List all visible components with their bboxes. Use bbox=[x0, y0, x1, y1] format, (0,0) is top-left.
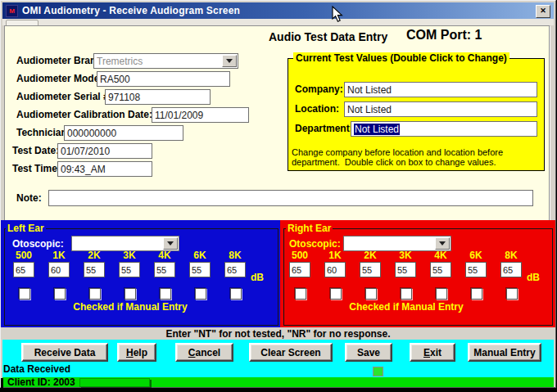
test-date-field[interactable]: 01/07/2010 bbox=[57, 143, 152, 159]
form-title: Audio Test Data Entry bbox=[269, 30, 387, 43]
app-window: M OMI Audiometry - Receive Audiogram Scr… bbox=[0, 0, 556, 388]
left-threshold-input-6k[interactable]: 55 bbox=[189, 262, 211, 277]
department-value: Not Listed bbox=[354, 124, 400, 135]
calibration-field[interactable]: 11/01/2009 bbox=[152, 107, 249, 123]
left-threshold-input-3k[interactable]: 55 bbox=[119, 262, 140, 277]
manual-entry-button[interactable]: Manual Entry bbox=[468, 343, 541, 362]
company-field[interactable]: Not Listed bbox=[344, 82, 537, 97]
window-title: OMI Audiometry - Receive Audiogram Scree… bbox=[22, 5, 240, 16]
right-manual-checkbox-8k[interactable] bbox=[506, 288, 518, 300]
right-threshold-input-4k[interactable]: 55 bbox=[430, 262, 451, 277]
right-db-label: dB bbox=[527, 272, 540, 283]
left-otoscopic-label: Otoscopic: bbox=[12, 238, 64, 250]
clear-screen-button[interactable]: Clear Screen bbox=[249, 343, 333, 362]
left-threshold-input-1k[interactable]: 60 bbox=[48, 262, 70, 277]
left-threshold-input-8k[interactable]: 65 bbox=[224, 262, 246, 277]
left-manual-checkbox-1k[interactable] bbox=[54, 288, 66, 300]
company-label: Company: bbox=[295, 83, 343, 95]
department-label: Department: bbox=[295, 123, 353, 134]
left-freq-label-500: 500 bbox=[11, 250, 36, 261]
brand-value: Tremetrics bbox=[97, 56, 143, 67]
left-threshold-input-4k[interactable]: 55 bbox=[154, 262, 175, 277]
app-icon: M bbox=[6, 5, 18, 17]
right-threshold-input-8k[interactable]: 65 bbox=[500, 262, 522, 277]
test-time-value: 09:43_AM bbox=[61, 164, 106, 175]
left-manual-checkbox-6k[interactable] bbox=[195, 288, 206, 300]
right-freq-label-8k: 8K bbox=[499, 250, 523, 261]
right-freq-label-3k: 3K bbox=[393, 250, 418, 261]
chevron-down-icon[interactable] bbox=[163, 237, 178, 250]
right-otoscopic-label: Otoscopic: bbox=[289, 238, 341, 250]
receive-audiogram-screen: M OMI Audiometry - Receive Audiogram Scr… bbox=[0, 0, 557, 392]
right-threshold-input-2k[interactable]: 55 bbox=[360, 262, 381, 277]
left-manual-checkbox-2k[interactable] bbox=[89, 288, 101, 300]
edge-mark bbox=[1, 378, 3, 389]
test-date-value: 01/07/2010 bbox=[61, 146, 110, 157]
left-manual-checkbox-8k[interactable] bbox=[230, 288, 242, 300]
help-button[interactable]: Help bbox=[117, 343, 156, 362]
current-test-values-group: Current Test Values (Double Click to Cha… bbox=[288, 58, 545, 171]
save-button[interactable]: Save bbox=[345, 343, 392, 362]
right-freq-label-4k: 4K bbox=[428, 250, 453, 261]
title-bar[interactable]: M OMI Audiometry - Receive Audiogram Scr… bbox=[2, 2, 554, 19]
left-manual-entry-label: Checked if Manual Entry bbox=[13, 301, 247, 313]
left-freq-label-6k: 6K bbox=[188, 250, 212, 261]
exit-button[interactable]: Exit bbox=[410, 343, 455, 362]
left-ear-title: Left Ear bbox=[6, 223, 46, 234]
right-freq-label-500: 500 bbox=[288, 250, 312, 261]
serial-field[interactable]: 971108 bbox=[105, 89, 211, 105]
left-manual-checkbox-3k[interactable] bbox=[125, 288, 136, 300]
left-freq-label-4k: 4K bbox=[152, 250, 177, 261]
calibration-label: Audiometer Calibration Date: bbox=[16, 109, 152, 120]
right-manual-checkbox-6k[interactable] bbox=[471, 288, 482, 300]
left-freq-label-1k: 1K bbox=[47, 250, 71, 261]
note-label: Note: bbox=[16, 192, 42, 204]
close-icon[interactable]: ✕ bbox=[536, 5, 550, 18]
right-manual-checkbox-2k[interactable] bbox=[365, 288, 377, 300]
window-strip bbox=[2, 19, 554, 25]
com-port-label: COM Port: 1 bbox=[406, 28, 482, 43]
model-field[interactable]: RA500 bbox=[97, 71, 230, 87]
location-field[interactable]: Not Listed bbox=[344, 101, 537, 117]
test-time-field[interactable]: 09:43_AM bbox=[57, 161, 152, 177]
cancel-button[interactable]: Cancel bbox=[175, 343, 233, 362]
serial-value: 971108 bbox=[108, 92, 140, 103]
chevron-down-icon[interactable] bbox=[435, 237, 450, 250]
technician-value: 000000000 bbox=[67, 128, 116, 139]
right-manual-checkbox-1k[interactable] bbox=[330, 288, 342, 300]
change-note-line1: Change company before location and locat… bbox=[292, 147, 503, 157]
calibration-value: 11/01/2009 bbox=[155, 110, 203, 121]
department-field[interactable]: Not Listed bbox=[351, 121, 537, 137]
status-indicator bbox=[373, 367, 383, 376]
right-freq-label-1k: 1K bbox=[323, 250, 347, 261]
model-value: RA500 bbox=[100, 74, 130, 85]
technician-label: Technician: bbox=[16, 127, 70, 138]
right-freq-label-6k: 6K bbox=[464, 250, 488, 261]
chevron-down-icon[interactable] bbox=[222, 55, 237, 67]
right-manual-checkbox-500[interactable] bbox=[295, 288, 306, 300]
note-field[interactable] bbox=[48, 190, 533, 206]
right-threshold-input-500[interactable]: 65 bbox=[289, 262, 310, 277]
left-freq-label-2k: 2K bbox=[82, 250, 106, 261]
right-manual-entry-label: Checked if Manual Entry bbox=[289, 301, 523, 313]
left-freq-label-3k: 3K bbox=[117, 250, 142, 261]
receive-data-button[interactable]: Receive Data bbox=[21, 343, 108, 362]
right-threshold-input-3k[interactable]: 55 bbox=[395, 262, 416, 277]
left-threshold-input-2k[interactable]: 55 bbox=[84, 262, 105, 277]
left-manual-checkbox-4k[interactable] bbox=[160, 288, 171, 300]
test-time-label: Test Time: bbox=[12, 163, 61, 174]
technician-field[interactable]: 000000000 bbox=[64, 125, 183, 141]
company-value: Not Listed bbox=[347, 84, 392, 96]
location-value: Not Listed bbox=[347, 104, 392, 115]
right-manual-checkbox-4k[interactable] bbox=[436, 288, 447, 300]
right-threshold-input-6k[interactable]: 55 bbox=[465, 262, 487, 277]
right-threshold-input-1k[interactable]: 60 bbox=[324, 262, 346, 277]
right-manual-checkbox-3k[interactable] bbox=[401, 288, 412, 300]
left-manual-checkbox-500[interactable] bbox=[19, 288, 30, 300]
brand-combo[interactable]: Tremetrics bbox=[93, 53, 238, 69]
right-freq-label-2k: 2K bbox=[358, 250, 383, 261]
status-data-received: Data Received bbox=[3, 363, 70, 375]
left-threshold-input-500[interactable]: 65 bbox=[13, 262, 34, 277]
left-db-label: dB bbox=[251, 272, 264, 283]
client-id-box[interactable] bbox=[79, 378, 150, 387]
